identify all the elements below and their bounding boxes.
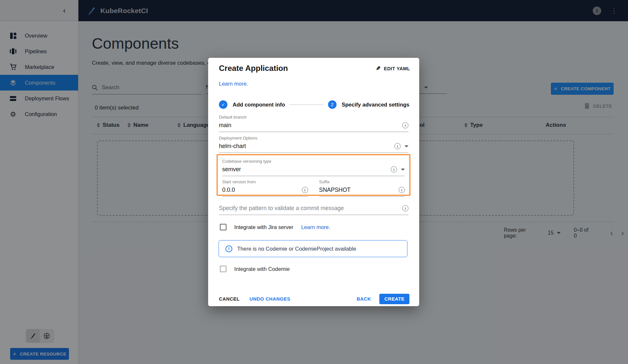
step-connector <box>289 105 323 105</box>
info-icon: i <box>225 245 232 252</box>
chevron-down-icon[interactable] <box>401 169 405 171</box>
info-icon[interactable]: i <box>391 166 397 173</box>
default-branch-input[interactable] <box>219 122 398 129</box>
create-application-dialog: Create Application ✎ EDIT YAML Learn mor… <box>208 58 419 306</box>
suffix-field: Suffix i <box>319 179 405 197</box>
jira-learn-more-link[interactable]: Learn more. <box>301 224 330 230</box>
codemie-integration-row: Integrate with Codemie <box>220 266 290 272</box>
info-icon[interactable]: i <box>394 143 401 149</box>
versioning-highlight-box: Codebase versioning type i Start version… <box>217 154 410 196</box>
chevron-down-icon[interactable] <box>405 145 408 147</box>
learn-more-link[interactable]: Learn more. <box>219 81 248 87</box>
alert-text: There is no Codemie or CodemieProject av… <box>237 246 356 252</box>
create-button[interactable]: CREATE <box>379 294 409 304</box>
start-version-from-input[interactable] <box>222 187 298 193</box>
deployment-options-field: Deployment Options i <box>219 136 408 153</box>
dialog-title: Create Application <box>219 64 288 73</box>
start-version-from-field: Start version from i <box>222 179 308 197</box>
info-icon[interactable]: i <box>399 187 405 193</box>
field-label: Start version from <box>222 179 308 184</box>
jira-checkbox[interactable] <box>220 224 226 230</box>
codebase-versioning-type-field: Codebase versioning type i <box>222 159 405 176</box>
codemie-info-alert: i There is no Codemie or CodemieProject … <box>219 240 407 257</box>
cancel-button[interactable]: CANCEL <box>216 294 242 304</box>
deployment-options-select[interactable] <box>219 143 390 150</box>
commit-message-pattern-input[interactable] <box>219 205 398 212</box>
info-icon[interactable]: i <box>302 187 308 193</box>
info-icon[interactable]: i <box>402 122 408 128</box>
step-add-component-info[interactable]: ✓ Add component info <box>219 100 285 109</box>
step-check-icon: ✓ <box>219 100 227 109</box>
codebase-versioning-type-select[interactable] <box>222 166 387 173</box>
field-label: Codebase versioning type <box>222 159 405 164</box>
jira-integration-row: Integrate with Jira server Learn more. <box>220 224 330 230</box>
info-icon[interactable]: i <box>402 205 408 211</box>
jira-checkbox-label: Integrate with Jira server <box>234 224 293 230</box>
field-label: Default branch <box>219 115 408 120</box>
codemie-checkbox[interactable] <box>220 266 226 272</box>
pencil-icon: ✎ <box>376 65 381 72</box>
edit-yaml-button[interactable]: ✎ EDIT YAML <box>376 65 410 72</box>
codemie-checkbox-label: Integrate with Codemie <box>234 266 290 272</box>
stepper: ✓ Add component info 2 Specify advanced … <box>219 100 409 109</box>
step-specify-advanced-settings[interactable]: 2 Specify advanced settings <box>328 100 409 109</box>
default-branch-field: Default branch i <box>219 115 408 132</box>
step-number: 2 <box>328 100 337 109</box>
app-screen: KubeRocketCI i ⋮ ‹ Overview Pipelines <box>0 0 628 364</box>
dialog-footer: CANCEL UNDO CHANGES BACK CREATE <box>219 294 409 304</box>
field-label: Suffix <box>319 179 405 184</box>
commit-message-pattern-field: i <box>219 205 408 215</box>
suffix-input[interactable] <box>319 187 395 193</box>
undo-changes-button[interactable]: UNDO CHANGES <box>247 294 293 304</box>
field-label: Deployment Options <box>219 136 408 141</box>
back-button[interactable]: BACK <box>354 294 374 304</box>
